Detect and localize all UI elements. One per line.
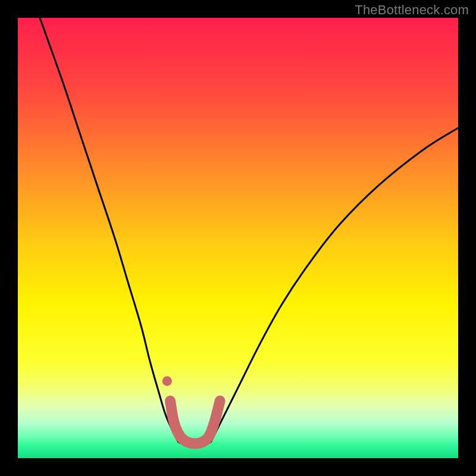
valley-dot [162,376,172,386]
curve-layer [18,18,458,458]
watermark-text: TheBottleneck.com [355,2,469,18]
left-curve [40,18,178,442]
plot-frame [18,18,458,458]
right-curve [211,128,458,442]
valley-marker [170,401,220,444]
